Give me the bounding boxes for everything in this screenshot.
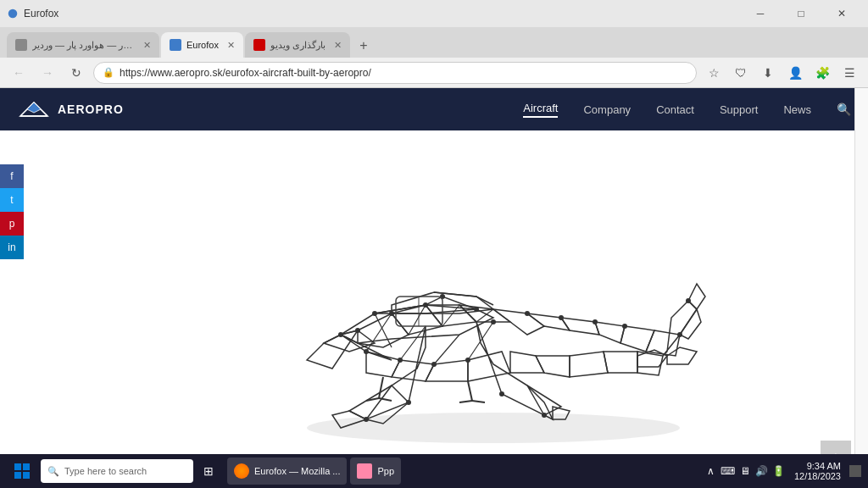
- taskbar-items: Eurofox — Mozilla ... Ppp: [227, 458, 701, 485]
- title-bar-text: Eurofox: [24, 8, 58, 19]
- website-content: AEROPRO Aircraft Company Contact Support…: [0, 88, 868, 488]
- svg-marker-24: [620, 326, 654, 352]
- svg-point-71: [542, 413, 547, 418]
- svg-point-56: [398, 358, 403, 363]
- tray-up-icon[interactable]: ∧: [704, 464, 718, 478]
- svg-marker-39: [476, 322, 561, 415]
- toolbar-right: ☆ 🛡 ⬇ 👤 🧩 ☰: [702, 61, 861, 85]
- download-button[interactable]: ⬇: [756, 61, 780, 85]
- forward-button[interactable]: →: [36, 61, 59, 85]
- tab-label-3: بارگذاری ویدیو: [270, 40, 326, 51]
- nav-company[interactable]: Company: [583, 103, 631, 116]
- extension-button[interactable]: 🧩: [810, 61, 834, 85]
- tab-active-2[interactable]: Eurofox ✕: [161, 32, 243, 58]
- nav-aircraft[interactable]: Aircraft: [523, 102, 558, 118]
- task-view-button[interactable]: ⊞: [197, 459, 220, 483]
- svg-point-70: [499, 391, 504, 396]
- svg-rect-80: [14, 463, 21, 470]
- start-button[interactable]: [7, 456, 37, 486]
- svg-point-60: [389, 311, 394, 316]
- system-tray: ∧ ⌨ 🖥 🔊 🔋 9:34 AM 12/18/2023: [704, 461, 861, 481]
- svg-marker-5: [307, 330, 358, 369]
- vertical-scrollbar[interactable]: [854, 88, 868, 454]
- address-bar[interactable]: 🔒 https://www.aeropro.sk/eurofox-aircraf…: [93, 62, 697, 84]
- taskbar: 🔍 Type here to search ⊞ Eurofox — Mozill…: [0, 454, 868, 488]
- notification-icon[interactable]: [849, 465, 861, 477]
- svg-line-79: [472, 401, 485, 402]
- window-controls: ─ □ ✕: [741, 0, 861, 27]
- tab-favicon-3: [253, 39, 265, 51]
- tab-favicon-1: [15, 39, 27, 51]
- ppp-icon: [357, 463, 372, 479]
- svg-point-69: [364, 417, 369, 422]
- social-sidebar: f t p in: [0, 164, 24, 259]
- back-button[interactable]: ←: [7, 61, 31, 85]
- clock-date: 12/18/2023: [794, 471, 841, 481]
- pinterest-button[interactable]: p: [0, 212, 24, 236]
- windows-logo: [14, 463, 31, 480]
- svg-marker-23: [595, 322, 625, 343]
- svg-rect-83: [23, 472, 30, 479]
- nav-support[interactable]: Support: [720, 103, 759, 116]
- site-navigation: AEROPRO Aircraft Company Contact Support…: [0, 88, 868, 130]
- browser-toolbar: ← → ↻ 🔒 https://www.aeropro.sk/eurofox-a…: [0, 58, 868, 88]
- tab-close-3[interactable]: ✕: [334, 40, 342, 51]
- search-icon[interactable]: 🔍: [837, 103, 851, 116]
- maximize-button[interactable]: □: [782, 0, 821, 27]
- taskbar-item-eurofox[interactable]: Eurofox — Mozilla ...: [227, 458, 347, 485]
- taskbar-item-label-2: Ppp: [377, 466, 394, 476]
- main-content: f t p in: [0, 130, 868, 488]
- tab-close-2[interactable]: ✕: [227, 40, 235, 51]
- tray-network-icon[interactable]: 🖥: [738, 464, 752, 478]
- tab-inactive-1[interactable]: نوشته تازه‌ی پار — هواورد پار — وردیر ✕: [7, 32, 159, 58]
- svg-point-67: [686, 298, 691, 303]
- svg-point-53: [474, 307, 479, 312]
- svg-point-62: [525, 311, 530, 316]
- url-text: https://www.aeropro.sk/eurofox-aircraft-…: [120, 67, 371, 79]
- svg-marker-36: [349, 326, 426, 419]
- shield-button[interactable]: 🛡: [729, 61, 753, 85]
- svg-line-74: [379, 377, 383, 398]
- lock-icon: 🔒: [103, 67, 114, 78]
- nav-news[interactable]: News: [783, 103, 811, 116]
- minimize-button[interactable]: ─: [741, 0, 780, 27]
- svg-line-44: [442, 305, 459, 326]
- close-button[interactable]: ✕: [822, 0, 861, 27]
- svg-rect-81: [23, 463, 30, 470]
- taskbar-search-placeholder: Type here to search: [64, 466, 147, 476]
- profile-button[interactable]: 👤: [783, 61, 807, 85]
- twitter-button[interactable]: t: [0, 188, 24, 212]
- tray-keyboard-icon[interactable]: ⌨: [721, 464, 735, 478]
- svg-point-55: [364, 349, 369, 354]
- menu-button[interactable]: ☰: [837, 61, 861, 85]
- new-tab-button[interactable]: +: [352, 34, 376, 58]
- site-logo[interactable]: AEROPRO: [17, 97, 124, 122]
- svg-point-64: [593, 319, 598, 324]
- tab-close-1[interactable]: ✕: [143, 40, 151, 51]
- tab-inactive-3[interactable]: بارگذاری ویدیو ✕: [245, 32, 350, 58]
- svg-point-50: [338, 332, 343, 337]
- svg-line-78: [459, 401, 472, 402]
- logo-svg: [17, 97, 51, 122]
- refresh-button[interactable]: ↻: [64, 61, 88, 85]
- tray-battery-icon[interactable]: 🔋: [772, 464, 786, 478]
- title-bar: Eurofox ─ □ ✕: [0, 0, 868, 27]
- facebook-button[interactable]: f: [0, 164, 24, 188]
- nav-links: Aircraft Company Contact Support News 🔍: [523, 102, 851, 118]
- svg-point-59: [355, 328, 360, 333]
- firefox-icon: [234, 463, 249, 479]
- svg-line-48: [434, 335, 459, 364]
- taskbar-search[interactable]: 🔍 Type here to search: [41, 459, 193, 483]
- bookmark-button[interactable]: ☆: [702, 61, 726, 85]
- svg-point-66: [677, 332, 682, 337]
- nav-contact[interactable]: Contact: [656, 103, 694, 116]
- taskbar-clock[interactable]: 9:34 AM 12/18/2023: [794, 461, 841, 481]
- taskbar-item-ppp[interactable]: Ppp: [350, 458, 401, 485]
- svg-point-68: [406, 400, 411, 405]
- svg-line-42: [375, 313, 392, 347]
- tab-favicon-2: [170, 39, 181, 51]
- svg-marker-16: [366, 352, 400, 377]
- aircraft-image-container: [0, 130, 868, 488]
- linkedin-button[interactable]: in: [0, 236, 24, 259]
- tray-speaker-icon[interactable]: 🔊: [755, 464, 769, 478]
